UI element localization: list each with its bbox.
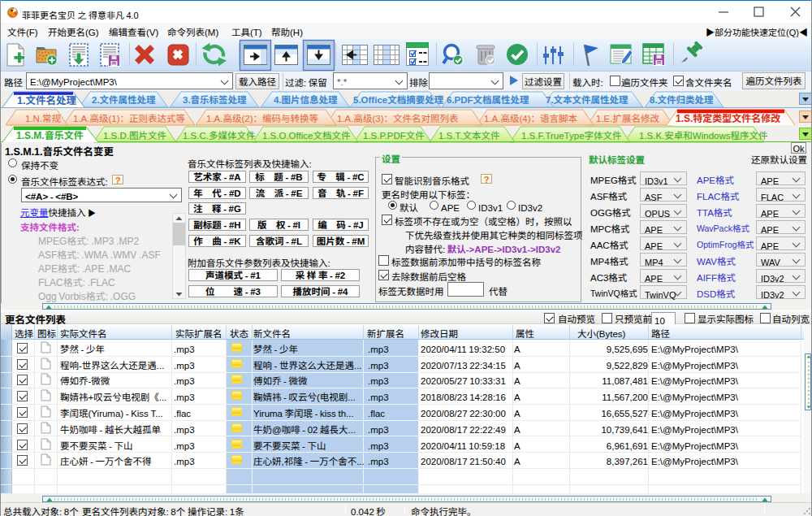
svg-text:1.S.P.PDF文件: 1.S.P.PDF文件 <box>363 128 425 141</box>
svg-text:1.A.高级(4)：语言脚本: 1.A.高级(4)：语言脚本 <box>484 111 578 124</box>
svg-text:1.S.F.TrueType字体文件: 1.S.F.TrueType字体文件 <box>521 128 622 141</box>
svg-text:1.S.C.多媒体文件: 1.S.C.多媒体文件 <box>183 128 255 141</box>
svg-text:4.图片信息处理: 4.图片信息处理 <box>274 93 338 106</box>
svg-text:1.S.T.文本文件: 1.S.T.文本文件 <box>438 128 499 141</box>
svg-text:1.A.高级(1)：正则表达式等: 1.A.高级(1)：正则表达式等 <box>73 111 185 124</box>
svg-text:7.文本文件属性处理: 7.文本文件属性处理 <box>546 93 628 106</box>
svg-text:8.文件归类处理: 8.文件归类处理 <box>650 93 714 106</box>
svg-text:1.A.高级(2)：编码与转换等: 1.A.高级(2)：编码与转换等 <box>206 111 318 124</box>
svg-text:1.A.高级(3)：文件名对照列表: 1.A.高级(3)：文件名对照列表 <box>337 111 459 124</box>
svg-text:1.S.D.图片文件: 1.S.D.图片文件 <box>103 128 166 141</box>
svg-text:1.S.O.Office文档文件: 1.S.O.Office文档文件 <box>262 128 350 141</box>
svg-text:3.音乐标签处理: 3.音乐标签处理 <box>183 93 247 106</box>
svg-text:2.文件属性处理: 2.文件属性处理 <box>92 93 156 106</box>
svg-text:1.S.M.音乐文件: 1.S.M.音乐文件 <box>16 128 84 141</box>
svg-text:1.N.常规: 1.N.常规 <box>25 111 62 124</box>
svg-text:1.文件名处理: 1.文件名处理 <box>17 92 76 107</box>
svg-text:1.E.扩展名修改: 1.E.扩展名修改 <box>596 111 659 124</box>
svg-text:1.S.K.安卓和Windows程序文件: 1.S.K.安卓和Windows程序文件 <box>639 128 767 141</box>
svg-text:6.PDF文档属性处理: 6.PDF文档属性处理 <box>447 93 529 106</box>
svg-text:1.S.特定类型文件名修改: 1.S.特定类型文件名修改 <box>676 111 780 124</box>
svg-text:5.Office文档摘要处理: 5.Office文档摘要处理 <box>353 93 444 106</box>
